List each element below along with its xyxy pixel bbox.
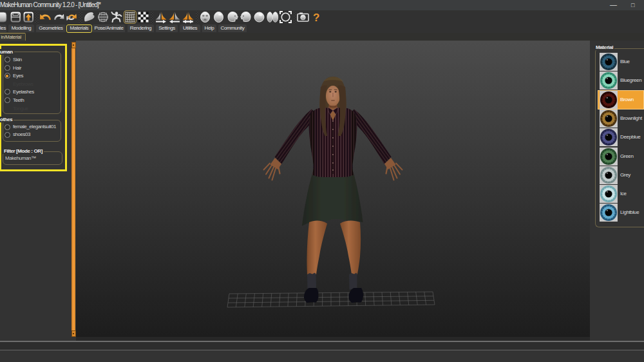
svg-text:?: ? xyxy=(313,12,319,24)
